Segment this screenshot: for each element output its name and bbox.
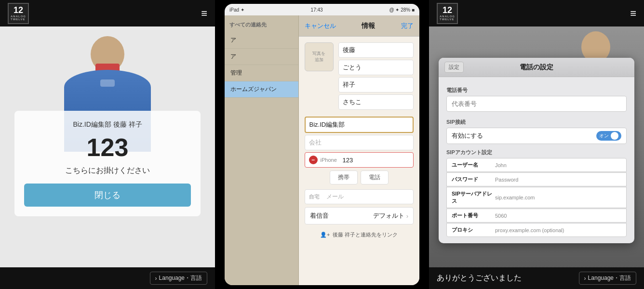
sip-field-username[interactable]: ユーザー名 John	[446, 158, 627, 172]
logo-panel3: 12 ANALOGTWELVE	[437, 3, 458, 24]
phone-delete-button[interactable]: −	[309, 156, 318, 164]
sip-toggle-row[interactable]: 有効にする オン	[446, 128, 627, 144]
panel3-header: 12 ANALOGTWELVE ≡	[429, 0, 644, 26]
company-field[interactable]: Biz.ID編集部	[305, 117, 414, 133]
phone-row: − iPhone 123	[305, 152, 414, 168]
ipad-status-bar: iPad ✦ 17:43 @ ✦ 28% ■	[225, 4, 419, 15]
logo-number-p3: 12	[443, 6, 452, 14]
sip-field-proxy[interactable]: プロキシ proxy.example.com (optional)	[446, 223, 627, 237]
email-label: 自宅	[309, 193, 323, 200]
panel3-footer: ありがとうございました › Language・言語	[429, 267, 644, 289]
phone-type-label: iPhone	[321, 157, 340, 163]
photo-placeholder[interactable]: 写真を 追加	[305, 42, 334, 71]
hamburger-menu-panel1[interactable]: ≡	[201, 7, 207, 20]
add-mobile-button[interactable]: 携帯	[330, 171, 358, 184]
panel1-footer: › Language・言語	[0, 267, 215, 289]
contacts-list-panel: すべての連絡先 ア ア 管理 ホームズジャパン	[225, 15, 299, 285]
toggle-state-label: オン	[599, 132, 609, 139]
contact-item-1[interactable]: ア	[225, 32, 298, 49]
ipad-frame: iPad ✦ 17:43 @ ✦ 28% ■ すべての連絡先 ア ア 管理 ホー…	[225, 4, 419, 285]
sip-section-label: SIP接続	[446, 118, 627, 126]
done-button-ipad[interactable]: 完了	[401, 22, 414, 30]
dialog-title: 電話の設定	[520, 63, 553, 72]
phone-section-label: 電話番号	[446, 87, 627, 94]
language-button-panel1[interactable]: › Language・言語	[150, 272, 207, 285]
logo-panel1: 12 ANALOGTWELVE	[8, 3, 29, 24]
contacts-header: すべての連絡先	[225, 19, 298, 32]
company-placeholder-field[interactable]: 会社	[305, 135, 414, 150]
lang-arrow: ›	[155, 275, 157, 282]
sip-account-section-label: SIPアカウント設定	[446, 149, 627, 156]
first-name-kana-field[interactable]: さちこ	[338, 94, 414, 110]
email-placeholder[interactable]: メール	[326, 193, 344, 201]
thanks-label: ありがとうございました	[437, 273, 522, 283]
card-name: Biz.ID編集部 後藤 祥子	[24, 120, 191, 129]
dialog-back-button[interactable]: 設定	[444, 62, 464, 73]
last-name-field[interactable]: 後藤	[338, 42, 414, 58]
ringtone-row[interactable]: 着信音 デフォルト ›	[305, 207, 414, 224]
panel-2: iPad ✦ 17:43 @ ✦ 28% ■ すべての連絡先 ア ア 管理 ホー…	[215, 0, 429, 289]
status-right: @ ✦ 28% ■	[389, 7, 415, 13]
sip-field-server[interactable]: SIPサーバアドレス sip.example.com	[446, 187, 627, 208]
lang-arrow-p3: ›	[584, 275, 586, 282]
card-subtitle: こちらにお掛けください	[24, 166, 191, 176]
cancel-button-ipad[interactable]: キャンセル	[305, 22, 336, 30]
contact-form: 写真を 追加 後藤 ごとう 祥子 さちこ Biz.ID編集部 会社 −	[299, 37, 419, 248]
first-name-field[interactable]: 祥子	[338, 77, 414, 92]
ringtone-label: 着信音	[310, 211, 329, 220]
status-left: iPad ✦	[229, 7, 244, 13]
add-phone-button[interactable]: 電話	[361, 171, 389, 184]
name-fields: 後藤 ごとう 祥子 さちこ	[338, 42, 414, 112]
add-phone-row: 携帯 電話	[305, 169, 414, 186]
sip-fields-container: ユーザー名 John パスワード Password SIPサーバアドレス sip…	[446, 158, 627, 237]
close-button[interactable]: 閉じる	[24, 184, 191, 207]
sip-field-password[interactable]: パスワード Password	[446, 172, 627, 186]
settings-dialog: 設定 電話の設定 電話番号 SIP接続 有効にする オン SIPアカウント設定 …	[439, 58, 634, 243]
nav-title-ipad: 情報	[362, 22, 375, 30]
email-row: 自宅 メール	[305, 189, 414, 204]
phone-number-value[interactable]: 123	[343, 157, 353, 164]
hamburger-menu-panel3[interactable]: ≡	[630, 7, 636, 20]
link-icon: 👤+	[320, 232, 330, 238]
contact-item-2[interactable]: ア	[225, 49, 298, 65]
language-button-panel3[interactable]: › Language・言語	[579, 272, 636, 285]
lang-label-p3: Language・言語	[588, 274, 631, 282]
panel-3: 12 ANALOGTWELVE ≡ 設定 電話の設定 電話番号 SIP接続 有効…	[429, 0, 644, 289]
logo-sub-panel1: ANALOGTWELVE	[11, 15, 26, 21]
photo-name-row: 写真を 追加 後藤 ごとう 祥子 さちこ	[305, 42, 414, 112]
chevron-right-icon: ›	[406, 212, 408, 220]
status-center: 17:43	[311, 7, 323, 13]
phone-number-input[interactable]	[446, 96, 627, 112]
link-contact-row[interactable]: 👤+ 後藤 祥子と連絡先をリンク	[305, 227, 414, 242]
lang-label: Language・言語	[159, 274, 202, 282]
dialog-titlebar: 設定 電話の設定	[439, 58, 634, 77]
info-card-panel1: Biz.ID編集部 後藤 祥子 123 こちらにお掛けください 閉じる	[14, 111, 201, 216]
contact-detail-panel: キャンセル 情報 完了 写真を 追加 後藤 ごとう 祥子	[299, 15, 419, 285]
dialog-body: 電話番号 SIP接続 有効にする オン SIPアカウント設定 ユーザー名 Joh…	[439, 77, 634, 243]
card-number: 123	[24, 133, 191, 162]
toggle-circle	[611, 132, 618, 140]
logo-sub-panel3: ANALOGTWELVE	[440, 15, 455, 21]
contact-item-3[interactable]: 管理	[225, 65, 298, 81]
logo-number: 12	[13, 6, 23, 14]
ipad-content: すべての連絡先 ア ア 管理 ホームズジャパン キャンセル 情報 完了 写真を	[225, 15, 419, 285]
sip-toggle-switch[interactable]: オン	[596, 131, 621, 141]
sip-field-port[interactable]: ポート番号 5060	[446, 209, 627, 223]
sip-toggle-label: 有効にする	[452, 131, 483, 140]
link-text: 後藤 祥子と連絡先をリンク	[333, 231, 398, 238]
ringtone-value: デフォルト	[373, 211, 404, 220]
contact-item-org[interactable]: ホームズジャパン	[225, 81, 298, 98]
last-name-kana-field[interactable]: ごとう	[338, 60, 414, 75]
panel-1: 12 ANALOGTWELVE ≡ Biz.ID編集部 後藤 祥子 123 こち…	[0, 0, 215, 289]
panel1-header: 12 ANALOGTWELVE ≡	[0, 0, 215, 26]
ipad-nav-bar: キャンセル 情報 完了	[299, 15, 419, 37]
